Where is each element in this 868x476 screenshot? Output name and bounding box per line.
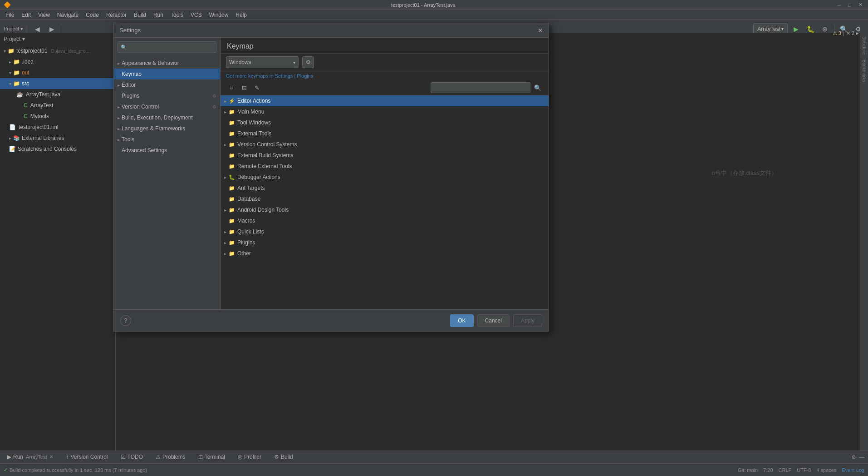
keymap-item-debugger[interactable]: ▸ 🐛 Debugger Actions xyxy=(221,172,549,183)
window-title: testproject01 - ArrayTest.java xyxy=(391,2,456,8)
encoding[interactable]: UTF-8 xyxy=(797,467,811,473)
event-log[interactable]: Event Log xyxy=(842,467,864,473)
menu-help[interactable]: Help xyxy=(232,10,250,20)
keymap-item-plugins[interactable]: ▸ 📁 Plugins xyxy=(221,237,549,248)
settings-item-vcs[interactable]: ▸ Version Control ⚙ xyxy=(114,101,220,112)
settings-item-keymap[interactable]: ▸ Keymap xyxy=(114,69,220,79)
minimize-button[interactable]: ─ xyxy=(836,2,843,8)
project-root[interactable]: ▾ 📁 testproject01 D:\java_idea_pro... xyxy=(0,45,115,56)
cancel-button[interactable]: Cancel xyxy=(477,314,510,327)
todo-tab[interactable]: ☑ TODO xyxy=(117,451,147,464)
menu-view[interactable]: View xyxy=(34,10,54,20)
settings-item-editor[interactable]: ▸ Editor xyxy=(114,79,220,90)
expand-notifications-button[interactable]: ▸ xyxy=(856,30,859,36)
settings-item-tools[interactable]: ▸ Tools xyxy=(114,134,220,145)
keymap-item-ext-build[interactable]: ▸ 📁 External Build Systems xyxy=(221,150,549,161)
keymap-gear-button[interactable]: ⚙ xyxy=(302,56,314,68)
keymap-item-android[interactable]: ▸ 📁 Android Design Tools xyxy=(221,204,549,215)
keymap-search-input[interactable] xyxy=(431,82,530,93)
keymap-item-other[interactable]: ▸ 📁 Other xyxy=(221,248,549,259)
error-badge[interactable]: ✕ 2 xyxy=(846,30,854,36)
external-libraries[interactable]: ▸ 📚 External Libraries xyxy=(0,133,115,144)
menu-run[interactable]: Run xyxy=(150,10,167,20)
bottom-settings-icon[interactable]: ⚙ xyxy=(851,454,856,461)
keymap-search-button[interactable]: 🔍 xyxy=(532,82,543,93)
menu-window[interactable]: Window xyxy=(206,10,232,20)
vcs-tab[interactable]: ↕ Version Control xyxy=(62,451,111,464)
close-button[interactable]: ✕ xyxy=(857,2,864,8)
keymap-settings-link[interactable]: Settings xyxy=(275,73,293,79)
settings-search-box[interactable]: 🔍 xyxy=(118,41,216,53)
collapse-all-button[interactable]: ⊟ xyxy=(239,82,250,93)
keymap-item-ant[interactable]: ▸ 📁 Ant Targets xyxy=(221,183,549,193)
dialog-title: Settings xyxy=(119,27,141,34)
build-tab-label: Build xyxy=(281,454,293,460)
chevron-down-icon: ▾ xyxy=(9,70,11,75)
expand-all-button[interactable]: ≡ xyxy=(226,82,237,93)
arraytest-file[interactable]: ☕ ArrayTest.java xyxy=(0,89,115,100)
edit-button[interactable]: ✎ xyxy=(251,82,262,93)
run-tab-close[interactable]: ✕ xyxy=(49,454,53,459)
settings-item-plugins[interactable]: ▸ Plugins ⚙ xyxy=(114,90,220,101)
out-folder-label: out xyxy=(22,69,29,76)
terminal-tab[interactable]: ⊡ Terminal xyxy=(195,451,229,464)
settings-item-plugins-label: Plugins xyxy=(122,93,139,99)
run-tab[interactable]: ▶ Run ArrayTest ✕ xyxy=(4,451,57,464)
git-branch[interactable]: Git: main xyxy=(738,467,758,473)
keymap-plugins-link[interactable]: Plugins xyxy=(297,73,313,79)
menu-code[interactable]: Code xyxy=(82,10,103,20)
menu-file[interactable]: File xyxy=(2,10,18,20)
scratches-item[interactable]: 📝 Scratches and Consoles xyxy=(0,144,115,154)
keymap-item-macros[interactable]: ▸ 📁 Macros xyxy=(221,215,549,226)
ok-button[interactable]: OK xyxy=(450,314,473,327)
keymap-item-quick-lists[interactable]: ▸ 📁 Quick Lists xyxy=(221,226,549,237)
structure-panel-button[interactable]: Structure xyxy=(861,35,868,57)
src-folder[interactable]: ▾ 📁 src xyxy=(0,78,115,89)
arraytest-class[interactable]: C ArrayTest xyxy=(0,100,115,111)
keymap-item-vcs[interactable]: ▸ 📁 Version Control Systems xyxy=(221,139,549,150)
line-separator[interactable]: CRLF xyxy=(779,467,792,473)
vcs-gear-icon[interactable]: ⚙ xyxy=(212,104,216,109)
build-status-icon: ✓ xyxy=(4,467,8,473)
cursor-position[interactable]: 7:20 xyxy=(763,467,773,473)
settings-item-languages[interactable]: ▸ Languages & Frameworks xyxy=(114,123,220,134)
menu-vcs[interactable]: VCS xyxy=(187,10,206,20)
profiler-tab[interactable]: ◎ Profiler xyxy=(234,451,265,464)
keymap-item-editor-actions[interactable]: ▸ ⚡ Editor Actions xyxy=(221,95,549,106)
settings-item-advanced[interactable]: ▸ Advanced Settings xyxy=(114,145,220,156)
keymap-item-external-tools[interactable]: ▸ 📁 External Tools xyxy=(221,128,549,139)
menu-refactor[interactable]: Refactor xyxy=(103,10,130,20)
out-folder[interactable]: ▾ 📁 out xyxy=(0,67,115,78)
dialog-close-button[interactable]: ✕ xyxy=(538,27,543,34)
bottom-hide-icon[interactable]: — xyxy=(859,454,864,461)
menu-navigate[interactable]: Navigate xyxy=(54,10,82,20)
problems-tab[interactable]: ⚠ Problems xyxy=(152,451,189,464)
keymap-scheme-dropdown[interactable]: Windows ▾ xyxy=(226,56,299,68)
maximize-button[interactable]: □ xyxy=(846,2,853,8)
settings-item-build[interactable]: ▸ Build, Execution, Deployment xyxy=(114,112,220,123)
keymap-item-tool-windows[interactable]: ▸ 📁 Tool Windows xyxy=(221,117,549,128)
chevron-right-icon: ▸ xyxy=(118,126,120,131)
settings-item-appearance[interactable]: ▸ Appearance & Behavior xyxy=(114,58,220,69)
project-dropdown[interactable]: Project ▾ xyxy=(4,26,23,32)
warning-badge[interactable]: ⚠ 3 xyxy=(833,30,841,36)
menu-edit[interactable]: Edit xyxy=(18,10,34,20)
idea-folder[interactable]: ▸ 📁 .idea xyxy=(0,56,115,67)
settings-item-keymap-label: Keymap xyxy=(122,71,142,77)
plugins-gear-icon[interactable]: ⚙ xyxy=(212,94,216,99)
menu-tools[interactable]: Tools xyxy=(167,10,187,20)
settings-search-input[interactable] xyxy=(129,44,213,50)
indent-setting[interactable]: 4 spaces xyxy=(816,467,836,473)
scratches-icon: 📝 xyxy=(9,146,16,152)
build-tab[interactable]: ⚙ Build xyxy=(270,451,297,464)
bookmarks-panel-button[interactable]: Bookmarks xyxy=(861,58,868,84)
keymap-item-remote-ext[interactable]: ▸ 📁 Remote External Tools xyxy=(221,161,549,172)
menu-build[interactable]: Build xyxy=(130,10,150,20)
keymap-item-database[interactable]: ▸ 📁 Database xyxy=(221,193,549,204)
keymap-item-main-menu[interactable]: ▸ 📁 Main Menu xyxy=(221,106,549,117)
mytools-class[interactable]: C Mytools xyxy=(0,111,115,122)
help-button[interactable]: ? xyxy=(120,315,131,326)
status-message: Build completed successfully in 1 sec, 1… xyxy=(10,467,147,473)
apply-button[interactable]: Apply xyxy=(513,314,542,327)
iml-file[interactable]: 📄 testproject01.iml xyxy=(0,122,115,133)
